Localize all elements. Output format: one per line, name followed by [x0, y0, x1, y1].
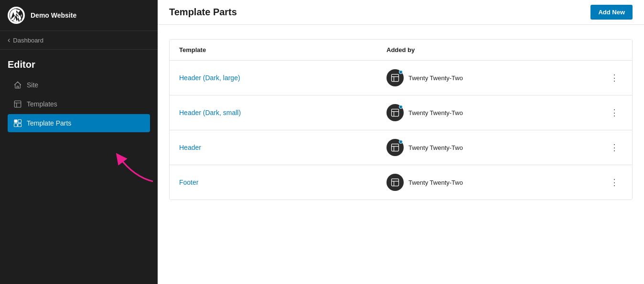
- svg-rect-3: [18, 120, 21, 123]
- more-actions-button[interactable]: ⋮: [606, 175, 623, 189]
- sidebar-item-site-label: Site: [27, 81, 38, 89]
- chevron-left-icon: ‹: [8, 36, 10, 44]
- svg-rect-1: [14, 101, 21, 107]
- dashboard-label: Dashboard: [13, 37, 43, 44]
- dashboard-link[interactable]: ‹ Dashboard: [0, 31, 158, 50]
- page-title: Template Parts: [169, 7, 237, 18]
- col-actions-header: [594, 46, 623, 53]
- author-cell: Twenty Twenty-Two: [386, 69, 594, 86]
- wordpress-logo-icon: [8, 7, 25, 24]
- author-name: Twenty Twenty-Two: [408, 74, 463, 82]
- table-header: Template Added by: [170, 40, 632, 61]
- avatar-dot: [399, 140, 403, 144]
- col-added-by-header: Added by: [386, 46, 594, 53]
- svg-rect-6: [392, 74, 399, 82]
- editor-section: Editor Site Templates Template Par: [0, 50, 158, 137]
- editor-label: Editor: [8, 59, 150, 70]
- author-cell: Twenty Twenty-Two: [386, 174, 594, 191]
- template-link-header[interactable]: Header: [179, 144, 386, 151]
- avatar: [386, 174, 404, 191]
- site-name: Demo Website: [31, 11, 76, 19]
- add-new-button[interactable]: Add New: [590, 5, 633, 20]
- table-row: Header (Dark, small) Twenty Twenty-Two ⋮: [170, 95, 632, 130]
- table-row: Header (Dark, large) Twenty Twenty-Two ⋮: [170, 61, 632, 95]
- sidebar-item-templates[interactable]: Templates: [8, 95, 150, 113]
- svg-rect-2: [14, 120, 18, 123]
- template-parts-table: Template Added by Header (Dark, large) T…: [169, 39, 633, 200]
- svg-rect-5: [18, 124, 21, 127]
- svg-rect-8: [392, 144, 399, 151]
- row-actions: ⋮: [594, 105, 623, 120]
- row-actions: ⋮: [594, 175, 623, 189]
- avatar: [386, 139, 404, 156]
- main-content: Template Parts Add New Template Added by…: [158, 0, 644, 284]
- svg-rect-7: [392, 109, 399, 116]
- content-area: Template Added by Header (Dark, large) T…: [158, 25, 644, 284]
- col-template-header: Template: [179, 46, 386, 53]
- home-icon: [13, 81, 22, 89]
- author-cell: Twenty Twenty-Two: [386, 139, 594, 156]
- template-link-header-dark-large[interactable]: Header (Dark, large): [179, 74, 386, 82]
- author-name: Twenty Twenty-Two: [408, 144, 463, 151]
- templates-icon: [13, 100, 22, 108]
- author-cell: Twenty Twenty-Two: [386, 104, 594, 121]
- template-parts-icon: [13, 119, 22, 127]
- author-name: Twenty Twenty-Two: [408, 179, 463, 186]
- template-link-footer[interactable]: Footer: [179, 179, 386, 186]
- avatar-dot: [399, 105, 403, 109]
- template-link-header-dark-small[interactable]: Header (Dark, small): [179, 109, 386, 116]
- sidebar-item-site[interactable]: Site: [8, 76, 150, 94]
- author-name: Twenty Twenty-Two: [408, 109, 463, 116]
- sidebar-item-template-parts-label: Template Parts: [27, 119, 71, 127]
- avatar-dot: [399, 70, 403, 74]
- svg-rect-9: [392, 179, 399, 186]
- sidebar-header: Demo Website: [0, 0, 158, 31]
- sidebar-item-template-parts[interactable]: Template Parts: [8, 114, 150, 132]
- more-actions-button[interactable]: ⋮: [606, 140, 623, 155]
- top-bar: Template Parts Add New: [158, 0, 644, 25]
- sidebar-item-templates-label: Templates: [27, 100, 57, 108]
- sidebar: Demo Website ‹ Dashboard Editor Site Tem…: [0, 0, 158, 284]
- avatar: [386, 104, 404, 121]
- row-actions: ⋮: [594, 71, 623, 85]
- more-actions-button[interactable]: ⋮: [606, 71, 623, 85]
- svg-rect-4: [14, 124, 18, 127]
- avatar: [386, 69, 404, 86]
- more-actions-button[interactable]: ⋮: [606, 105, 623, 120]
- table-row: Footer Twenty Twenty-Two ⋮: [170, 165, 632, 200]
- row-actions: ⋮: [594, 140, 623, 155]
- table-row: Header Twenty Twenty-Two ⋮: [170, 130, 632, 165]
